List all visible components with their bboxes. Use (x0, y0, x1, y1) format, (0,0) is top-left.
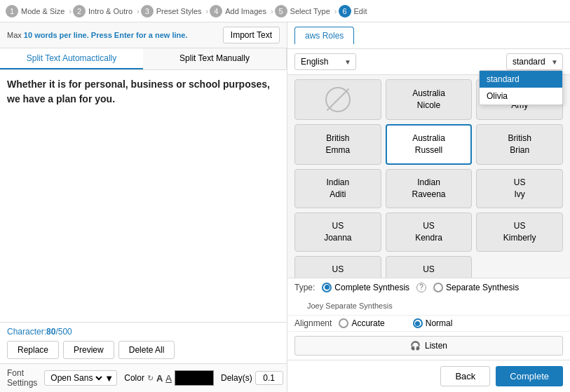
bottom-bar: Character:80/500 Replace Preview Delete … (0, 322, 287, 363)
delay-input[interactable]: 0.1 (255, 371, 283, 385)
nav-step-1-label: Mode & Size (21, 7, 65, 15)
refresh-icon[interactable]: ↻ (147, 374, 154, 383)
nav-step-4[interactable]: 4 Add Images (210, 5, 266, 18)
voice-cell-indian-aditi[interactable]: IndianAditi (294, 169, 381, 208)
hint-num: 10 (24, 31, 32, 39)
tab-split-auto[interactable]: Split Text Automactically (0, 48, 143, 69)
left-top-bar: Max 10 words per line. Press Enter for a… (0, 22, 287, 48)
voice-cell-british-emma[interactable]: BritishEmma (294, 124, 381, 165)
synthesis-row: Type: Complete Synthesis ? Separate Synt… (287, 278, 570, 315)
color-picker[interactable] (175, 370, 214, 386)
nav-step-1-num: 1 (6, 5, 18, 18)
normal-radio[interactable] (413, 318, 423, 328)
voice-cell-us-joanna[interactable]: USJoanna (294, 212, 381, 252)
voice-cell-no-voice[interactable] (294, 79, 381, 120)
listen-button[interactable]: 🎧 Listen (294, 336, 563, 356)
nav-step-6-num: 6 (339, 5, 351, 18)
text-area-wrapper[interactable]: Whether it is for personal, business or … (0, 70, 287, 322)
complete-synthesis-option[interactable]: Complete Synthesis (322, 283, 409, 292)
nav-step-3[interactable]: 3 Preset Styles (141, 5, 202, 18)
alignment-label: Alignment (294, 318, 332, 328)
voice-grid-wrapper[interactable]: AustraliaNicole BritishAmy BritishEmma A… (287, 75, 570, 278)
nav-step-4-num: 4 (210, 5, 222, 18)
voice-cell-indian-raveena[interactable]: IndianRaveena (386, 169, 473, 208)
language-select[interactable]: English Australian British US Indian (295, 54, 355, 69)
separate-synthesis-radio[interactable] (433, 283, 443, 292)
help-icon[interactable]: ? (416, 283, 426, 292)
joey-separate-option[interactable]: Joey Separate Synthesis (294, 301, 563, 311)
preview-button[interactable]: Preview (63, 341, 114, 359)
accurate-label: Accurate (351, 318, 384, 328)
type-label: Type: (294, 283, 315, 292)
nav-step-4-label: Add Images (225, 7, 266, 15)
color-a-bold-icon[interactable]: A (156, 373, 163, 384)
std-select-container: standard Olivia ▼ standard Olivia (506, 53, 563, 70)
font-label: Font Settings (7, 368, 37, 388)
normal-option[interactable]: Normal (413, 318, 453, 328)
left-panel: Max 10 words per line. Press Enter for a… (0, 22, 287, 392)
font-row: Font Settings Open Sans ▼ Color ↻ A A De… (0, 363, 287, 392)
delete-all-button[interactable]: Delete All (118, 341, 175, 359)
nav-arrow-2: › (137, 7, 140, 15)
replace-button[interactable]: Replace (7, 341, 59, 359)
listen-label: Listen (425, 341, 447, 351)
nav-step-6[interactable]: 6 Edit (339, 5, 367, 18)
std-dropdown-list: standard Olivia (479, 70, 563, 105)
nav-step-2-num: 2 (73, 5, 86, 18)
separate-synthesis-option[interactable]: Separate Synthesis (433, 283, 519, 292)
voice-cell-us-joey[interactable]: USJoey (386, 256, 473, 278)
nav-arrow-5: › (334, 7, 337, 15)
color-label: Color (124, 373, 144, 383)
char-current: 80 (46, 327, 55, 337)
nav-arrow-1: › (69, 7, 72, 15)
nav-step-5-label: Select Type (290, 7, 330, 15)
font-select[interactable]: Open Sans (48, 372, 104, 384)
color-section: Color ↻ A A (124, 370, 214, 386)
headphone-icon: 🎧 (410, 341, 421, 351)
std-select-wrap: standard Olivia ▼ (506, 53, 563, 70)
color-a-underline-icon[interactable]: A (165, 373, 172, 384)
top-nav: 1 Mode & Size › 2 Intro & Outro › 3 Pres… (0, 0, 570, 22)
alignment-row: Alignment Accurate Normal (287, 315, 570, 331)
accurate-option[interactable]: Accurate (339, 318, 384, 328)
nav-step-1[interactable]: 1 Mode & Size (6, 5, 65, 18)
nav-step-2-label: Intro & Outro (88, 7, 133, 15)
voice-cell-us-kendra[interactable]: USKendra (386, 212, 473, 252)
voice-cell-australia-nicole[interactable]: AustraliaNicole (386, 79, 473, 120)
action-buttons: Replace Preview Delete All (7, 341, 280, 359)
import-text-button[interactable]: Import Text (223, 27, 280, 43)
bottom-actions: Back Complete (287, 360, 570, 392)
accurate-radio[interactable] (339, 318, 348, 328)
back-button[interactable]: Back (440, 366, 490, 386)
aws-tab[interactable]: aws Roles (294, 27, 354, 44)
tab-split-manual[interactable]: Split Text Manually (143, 48, 287, 69)
voice-grid: AustraliaNicole BritishAmy BritishEmma A… (294, 79, 563, 278)
listen-row: 🎧 Listen (287, 331, 570, 360)
std-option-standard[interactable]: standard (480, 71, 562, 88)
char-max: /500 (55, 327, 72, 337)
hint-text: Max 10 words per line. Press Enter for a… (7, 31, 187, 39)
hint-rest: words per line. Press Enter for a new li… (32, 31, 187, 39)
text-content: Whether it is for personal, business or … (7, 77, 280, 107)
no-voice-icon (325, 87, 351, 112)
std-option-olivia[interactable]: Olivia (480, 88, 562, 104)
nav-arrow-3: › (206, 7, 209, 15)
joey-separate-label: Joey Separate Synthesis (307, 301, 393, 311)
nav-step-5[interactable]: 5 Select Type (275, 5, 330, 18)
nav-step-2[interactable]: 2 Intro & Outro (73, 5, 133, 18)
char-count: Character:80/500 (7, 327, 280, 337)
std-select[interactable]: standard Olivia (507, 54, 562, 69)
complete-synthesis-radio[interactable] (322, 283, 332, 292)
voice-cell-us-ivy[interactable]: USIvy (476, 169, 563, 208)
nav-step-3-num: 3 (141, 5, 154, 18)
nav-step-6-label: Edit (354, 7, 367, 15)
delay-section: Delay(s) 0.1 ▲ ▼ (221, 371, 297, 385)
voice-cell-us-salli[interactable]: USSalli (294, 256, 381, 278)
complete-button[interactable]: Complete (496, 366, 563, 386)
voice-cell-us-kimberly[interactable]: USKimberly (476, 212, 563, 252)
language-select-wrap: English Australian British US Indian ▼ (294, 53, 356, 70)
voice-cell-british-brian[interactable]: BritishBrian (476, 124, 563, 165)
voice-cell-australia-russell[interactable]: AustraliaRussell (386, 124, 473, 165)
nav-step-5-num: 5 (275, 5, 287, 18)
right-panel: aws Roles English Australian British US … (287, 22, 570, 392)
